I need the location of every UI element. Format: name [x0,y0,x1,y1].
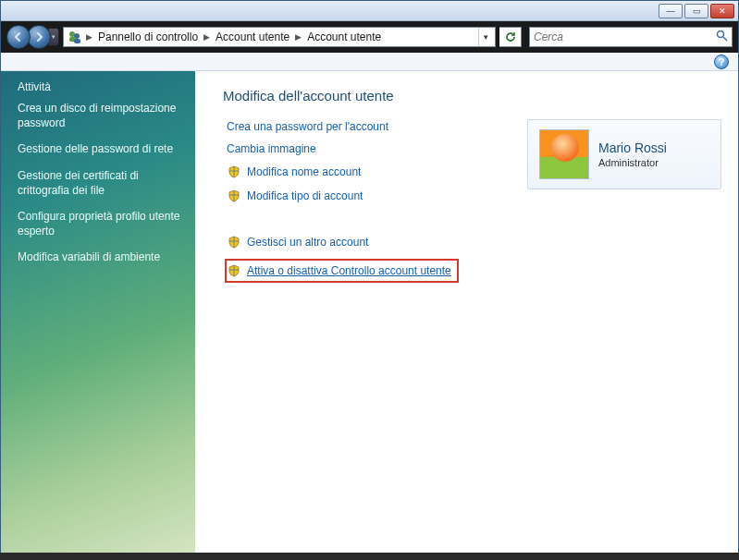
chevron-right-icon[interactable]: ▶ [84,32,94,42]
task-edit-env-variables[interactable]: Modifica variabili di ambiente [18,250,184,264]
task-manage-encryption-certs[interactable]: Gestione dei certificati di crittografia… [18,168,184,198]
link-row: Gestisci un altro account [227,235,723,250]
nav-arrows: ▾ [6,25,59,49]
shield-icon [227,235,241,250]
chevron-right-icon[interactable]: ▶ [202,32,212,42]
task-configure-advanced-profile[interactable]: Configura proprietà profilo utente esper… [18,209,184,238]
shield-icon [227,263,241,278]
maximize-button[interactable]: ▭ [684,4,708,18]
highlighted-link-row: Attiva o disattiva Controllo account ute… [225,259,459,283]
sidebar-heading: Attività [18,80,184,93]
chevron-right-icon[interactable]: ▶ [293,32,303,42]
shield-icon [227,164,241,179]
link-change-account-name[interactable]: Modifica nome account [247,165,361,178]
link-row: Modifica tipo di account [227,189,723,203]
task-manage-network-passwords[interactable]: Gestione delle password di rete [18,141,184,156]
shield-icon [227,189,241,203]
window-titlebar: — ▭ ✕ [1,1,738,21]
link-change-picture[interactable]: Cambia immagine [227,142,316,155]
breadcrumb-user-accounts-1[interactable]: Account utente [212,30,293,43]
help-icon[interactable]: ? [714,55,729,69]
user-accounts-icon [68,30,82,44]
svg-point-4 [718,31,724,38]
svg-rect-3 [74,39,80,43]
breadcrumb-user-accounts-2[interactable]: Account utente [303,30,385,43]
info-bar: ? [1,53,738,71]
search-input[interactable] [534,30,716,43]
bottom-strip [0,553,739,560]
link-manage-another-account[interactable]: Gestisci un altro account [247,236,368,249]
search-box[interactable] [529,27,733,47]
search-icon[interactable] [716,30,728,44]
page-title: Modifica dell'account utente [223,88,723,103]
close-button[interactable]: ✕ [710,4,734,18]
svg-line-5 [723,37,727,41]
minimize-button[interactable]: — [659,4,683,18]
address-bar[interactable]: ▶ Pannello di controllo ▶ Account utente… [63,27,496,47]
link-toggle-uac[interactable]: Attiva o disattiva Controllo account ute… [247,264,451,277]
user-account-card: Mario Rossi Administrator [527,119,721,189]
link-change-account-type[interactable]: Modifica tipo di account [247,189,363,202]
user-role: Administrator [598,157,667,168]
user-avatar [539,129,589,179]
main-content: Modifica dell'account utente Crea una pa… [195,71,738,560]
link-create-password[interactable]: Crea una password per l'account [227,120,388,133]
user-name: Mario Rossi [598,140,667,155]
back-button[interactable] [6,25,31,49]
refresh-button[interactable] [499,27,522,47]
breadcrumb-control-panel[interactable]: Pannello di controllo [94,30,202,43]
address-dropdown[interactable]: ▾ [478,28,493,46]
navigation-bar: ▾ ▶ Pannello di controllo ▶ Account uten… [1,21,738,53]
tasks-sidebar: Attività Crea un disco di reimpostazione… [1,71,195,560]
task-create-reset-disk[interactable]: Crea un disco di reimpostazione password [18,101,184,130]
